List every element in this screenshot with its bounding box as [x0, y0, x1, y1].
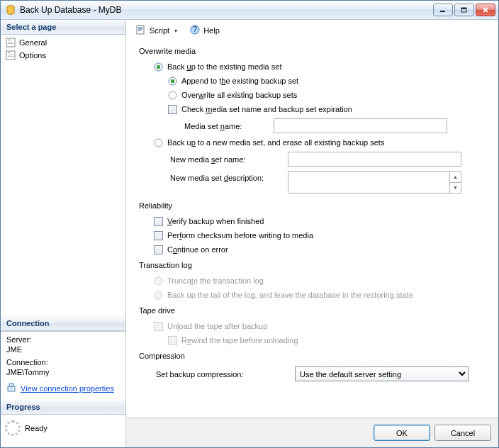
connection-header: Connection [1, 316, 125, 331]
compression-combo[interactable]: Use the default server setting [295, 366, 469, 381]
connection-label: Connection: [6, 358, 120, 366]
window: Back Up Database - MyDB Select a page Ge… [0, 0, 499, 448]
minimize-button[interactable] [433, 4, 453, 16]
select-page-header: Select a page [1, 20, 125, 35]
page-icon [5, 37, 16, 48]
content-area: Overwrite media Back up to the existing … [126, 41, 498, 418]
tail-radio-row: Back up the tail of the log, and leave t… [153, 288, 486, 302]
radio-unselected-icon [168, 91, 177, 100]
svg-rect-9 [8, 43, 13, 44]
cancel-button[interactable]: Cancel [434, 425, 491, 441]
svg-point-23 [169, 91, 176, 99]
help-label: Help [203, 26, 220, 35]
radio-disabled-icon [154, 276, 163, 286]
page-label: Options [19, 51, 46, 60]
tape-group: Tape drive [139, 306, 486, 315]
truncate-radio-row: Truncate the transaction log [153, 274, 486, 288]
svg-text:?: ? [193, 25, 197, 33]
svg-rect-15 [9, 383, 13, 386]
rewind-checkbox-row: Rewind the tape before unloading [167, 333, 486, 347]
svg-rect-16 [137, 26, 144, 34]
checkbox-disabled-icon [154, 322, 163, 331]
svg-rect-7 [8, 40, 11, 40]
page-item-options[interactable]: Options [1, 49, 125, 62]
page-label: General [19, 38, 47, 47]
svg-point-24 [155, 139, 162, 147]
page-icon [5, 50, 16, 61]
footer: OK Cancel [126, 418, 498, 447]
checkbox-disabled-icon [168, 336, 177, 345]
desc-down-button[interactable]: ▼ [450, 183, 461, 194]
checkbox-icon [168, 105, 177, 114]
left-pane: Select a page General Options Connection… [1, 20, 126, 447]
server-value: JME [6, 345, 120, 354]
connection-value: JME\Tommy [6, 368, 120, 376]
progress-state: Ready [25, 424, 47, 432]
new-media-desc-input[interactable] [288, 171, 450, 194]
compression-group: Compression [139, 352, 486, 360]
new-media-name-input[interactable] [288, 152, 461, 167]
svg-point-25 [155, 277, 162, 285]
check-media-checkbox-row[interactable]: Check media set name and backup set expi… [167, 102, 486, 116]
set-compression-label: Set backup compression: [153, 370, 295, 379]
window-title: Back Up Database - MyDB [20, 5, 433, 15]
svg-point-22 [170, 79, 174, 82]
progress-header: Progress [1, 400, 125, 415]
checksum-checkbox-row[interactable]: Perform checksum before writing to media [153, 228, 486, 242]
svg-rect-11 [8, 52, 11, 53]
close-button[interactable] [476, 4, 495, 16]
media-set-name-input[interactable] [274, 118, 447, 133]
radio-disabled-icon [154, 291, 163, 300]
svg-point-26 [155, 291, 162, 299]
ok-button[interactable]: OK [374, 425, 430, 441]
backup-new-radio-row[interactable]: Back up to a new media set, and erase al… [153, 135, 486, 150]
radio-selected-icon [154, 62, 163, 72]
view-connection-link[interactable]: View connection properties [21, 384, 114, 393]
reliability-group: Reliability [139, 201, 486, 210]
svg-rect-8 [8, 42, 13, 43]
unload-checkbox-row: Unload the tape after backup [153, 319, 486, 333]
help-button[interactable]: ? Help [186, 21, 223, 40]
overwrite-media-group: Overwrite media [139, 47, 486, 55]
svg-rect-14 [8, 386, 15, 391]
titlebar[interactable]: Back Up Database - MyDB [1, 1, 498, 20]
help-icon: ? [189, 24, 201, 37]
append-radio-row[interactable]: Append to the existing backup set [167, 74, 486, 88]
txlog-group: Transaction log [139, 261, 486, 269]
backup-existing-radio-row[interactable]: Back up to the existing media set [153, 60, 486, 74]
radio-unselected-icon [154, 138, 163, 147]
radio-selected-icon [168, 77, 177, 86]
maximize-button[interactable] [454, 4, 474, 16]
script-label: Script [150, 26, 169, 35]
app-icon [5, 4, 16, 16]
script-button[interactable]: Script ▾ [132, 21, 183, 40]
overwrite-all-radio-row[interactable]: Overwrite all existing backup sets [167, 88, 486, 102]
checkbox-icon [154, 231, 163, 240]
svg-point-20 [156, 65, 159, 68]
svg-rect-13 [8, 56, 13, 57]
page-item-general[interactable]: General [1, 36, 125, 49]
desc-up-button[interactable]: ▲ [450, 172, 461, 183]
svg-rect-12 [8, 55, 13, 55]
continue-checkbox-row[interactable]: Continue on error [153, 242, 486, 257]
server-label: Server: [6, 335, 120, 344]
checkbox-icon [154, 217, 163, 226]
toolbar: Script ▾ ? Help [126, 20, 498, 41]
progress-spinner-icon [5, 420, 21, 436]
connection-icon [6, 382, 18, 395]
checkbox-icon [154, 245, 163, 254]
script-icon [135, 24, 147, 37]
verify-checkbox-row[interactable]: Verify backup when finished [153, 214, 486, 228]
chevron-down-icon[interactable]: ▾ [172, 28, 179, 34]
